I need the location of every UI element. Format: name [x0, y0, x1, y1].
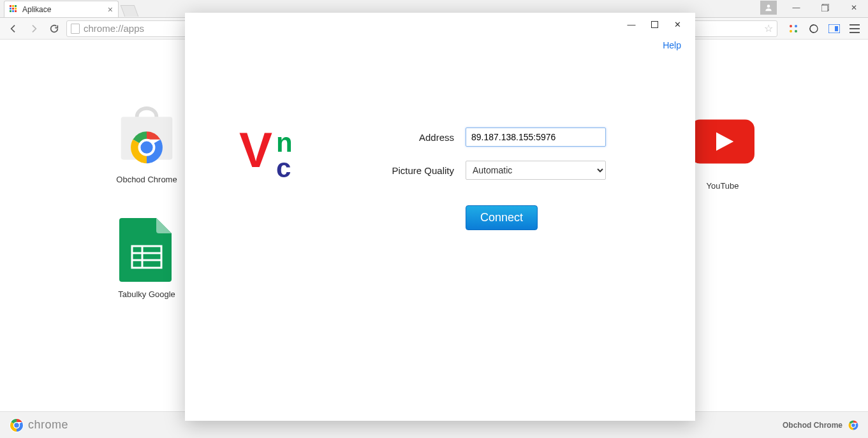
bottom-store-link[interactable]: Obchod Chrome: [783, 421, 842, 430]
svg-point-3: [790, 25, 792, 27]
os-window-controls: ― ✕: [760, 0, 868, 15]
vnc-viewer-window: ― ✕ Help V n c Address Picture Quality A…: [185, 13, 695, 421]
chrome-store-icon: [115, 103, 179, 167]
svg-text:c: c: [276, 153, 291, 183]
vnc-help-link[interactable]: Help: [663, 40, 681, 50]
reload-button[interactable]: [46, 20, 63, 37]
extension-icon-3[interactable]: [826, 20, 842, 37]
page-icon: [71, 24, 80, 34]
bookmark-star-icon[interactable]: ☆: [764, 22, 773, 34]
vnc-help-row: Help: [185, 36, 695, 51]
svg-rect-9: [835, 26, 838, 31]
os-minimize-button[interactable]: ―: [782, 0, 811, 15]
connect-button[interactable]: Connect: [466, 205, 538, 230]
chrome-menu-button[interactable]: [846, 20, 863, 37]
svg-point-5: [790, 30, 792, 33]
vnc-form: Address Picture Quality Automatic Connec…: [364, 128, 663, 230]
vnc-minimize-button[interactable]: ―: [620, 15, 643, 34]
tab-close-icon[interactable]: ×: [108, 4, 113, 15]
url-text: chrome://apps: [84, 23, 144, 34]
address-label: Address: [364, 132, 466, 143]
tab-title: Aplikace: [22, 5, 51, 14]
svg-rect-8: [828, 24, 840, 33]
chrome-logo-icon: [9, 418, 24, 433]
vnc-close-button[interactable]: ✕: [666, 15, 689, 34]
os-maximize-button[interactable]: [811, 0, 839, 15]
svg-point-4: [795, 25, 797, 27]
address-input[interactable]: [466, 128, 606, 147]
browser-tab[interactable]: Aplikace ×: [4, 1, 119, 17]
sheets-icon: [115, 218, 179, 282]
svg-point-6: [795, 30, 797, 33]
extension-icon-2[interactable]: [805, 20, 822, 37]
chrome-logo-small-icon: [848, 420, 859, 431]
bottom-label: chrome: [28, 418, 68, 432]
extension-icon-1[interactable]: [785, 20, 802, 37]
vnc-logo-icon: V n c: [223, 128, 338, 230]
svg-rect-28: [651, 21, 658, 27]
app-label: Tabulky Google: [105, 289, 188, 299]
forward-button[interactable]: [26, 20, 42, 37]
quality-label: Picture Quality: [364, 165, 466, 176]
apps-favicon-icon: [10, 5, 18, 14]
os-close-button[interactable]: ✕: [839, 0, 868, 15]
svg-text:V: V: [239, 128, 272, 178]
svg-rect-2: [821, 5, 828, 11]
svg-point-0: [767, 4, 770, 8]
vnc-maximize-button[interactable]: [643, 15, 666, 34]
app-tile-sheets[interactable]: Tabulky Google: [105, 218, 188, 299]
vnc-titlebar: ― ✕: [185, 13, 695, 36]
youtube-icon: [691, 110, 754, 173]
quality-select[interactable]: Automatic: [466, 161, 606, 180]
user-icon[interactable]: [760, 1, 777, 15]
app-tile-store[interactable]: Obchod Chrome: [105, 103, 188, 184]
new-tab-button[interactable]: [121, 5, 139, 17]
back-button[interactable]: [5, 20, 22, 37]
app-label: Obchod Chrome: [105, 175, 188, 184]
